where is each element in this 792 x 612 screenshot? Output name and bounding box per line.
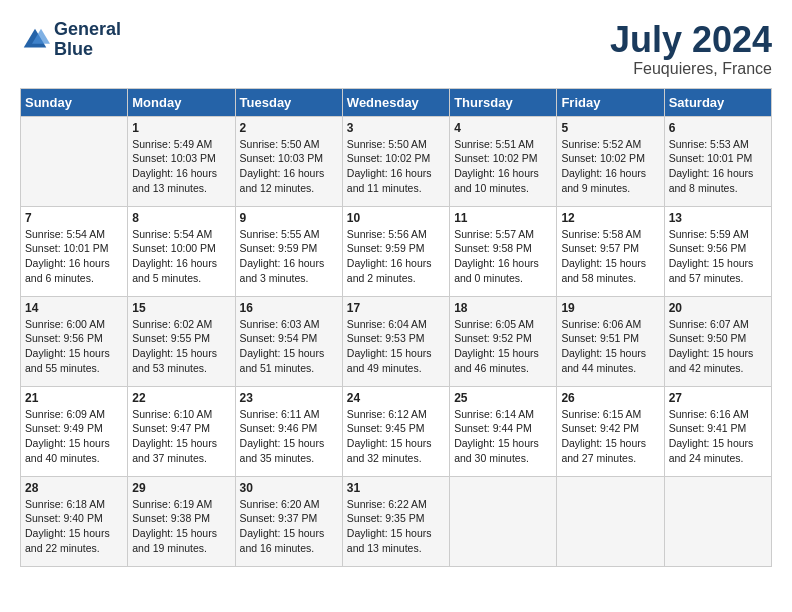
day-info: Sunrise: 6:03 AM — [240, 317, 338, 332]
calendar-cell: 15Sunrise: 6:02 AMSunset: 9:55 PMDayligh… — [128, 296, 235, 386]
calendar-cell: 11Sunrise: 5:57 AMSunset: 9:58 PMDayligh… — [450, 206, 557, 296]
weekday-header-cell: Friday — [557, 88, 664, 116]
day-info: Sunset: 9:58 PM — [454, 241, 552, 256]
day-info: Sunset: 9:40 PM — [25, 511, 123, 526]
calendar-week-row: 7Sunrise: 5:54 AMSunset: 10:01 PMDayligh… — [21, 206, 772, 296]
day-info: and 40 minutes. — [25, 451, 123, 466]
calendar-cell: 17Sunrise: 6:04 AMSunset: 9:53 PMDayligh… — [342, 296, 449, 386]
day-info: and 35 minutes. — [240, 451, 338, 466]
day-info: Daylight: 15 hours — [132, 346, 230, 361]
day-info: Sunrise: 5:55 AM — [240, 227, 338, 242]
day-info: Sunset: 9:41 PM — [669, 421, 767, 436]
day-info: and 13 minutes. — [132, 181, 230, 196]
calendar-week-row: 14Sunrise: 6:00 AMSunset: 9:56 PMDayligh… — [21, 296, 772, 386]
day-info: Daylight: 15 hours — [561, 256, 659, 271]
day-info: and 49 minutes. — [347, 361, 445, 376]
day-info: and 42 minutes. — [669, 361, 767, 376]
day-info: and 2 minutes. — [347, 271, 445, 286]
day-number: 8 — [132, 211, 230, 225]
day-info: and 46 minutes. — [454, 361, 552, 376]
weekday-header-row: SundayMondayTuesdayWednesdayThursdayFrid… — [21, 88, 772, 116]
day-info: Sunrise: 5:57 AM — [454, 227, 552, 242]
weekday-header-cell: Wednesday — [342, 88, 449, 116]
day-number: 15 — [132, 301, 230, 315]
calendar-body: 1Sunrise: 5:49 AMSunset: 10:03 PMDayligh… — [21, 116, 772, 566]
day-info: Sunset: 10:00 PM — [132, 241, 230, 256]
day-number: 17 — [347, 301, 445, 315]
day-info: Sunrise: 5:54 AM — [25, 227, 123, 242]
day-info: Sunrise: 6:18 AM — [25, 497, 123, 512]
calendar-cell: 6Sunrise: 5:53 AMSunset: 10:01 PMDayligh… — [664, 116, 771, 206]
day-info: and 53 minutes. — [132, 361, 230, 376]
logo-icon — [20, 25, 50, 55]
day-info: Sunset: 9:47 PM — [132, 421, 230, 436]
day-info: Sunset: 9:46 PM — [240, 421, 338, 436]
calendar-cell — [664, 476, 771, 566]
calendar-week-row: 21Sunrise: 6:09 AMSunset: 9:49 PMDayligh… — [21, 386, 772, 476]
calendar-cell: 18Sunrise: 6:05 AMSunset: 9:52 PMDayligh… — [450, 296, 557, 386]
day-info: Sunrise: 6:22 AM — [347, 497, 445, 512]
day-info: Sunset: 10:02 PM — [561, 151, 659, 166]
calendar-cell: 22Sunrise: 6:10 AMSunset: 9:47 PMDayligh… — [128, 386, 235, 476]
day-info: Daylight: 16 hours — [132, 166, 230, 181]
day-info: and 13 minutes. — [347, 541, 445, 556]
day-info: Sunset: 9:57 PM — [561, 241, 659, 256]
logo: General Blue — [20, 20, 121, 60]
day-info: Daylight: 15 hours — [669, 436, 767, 451]
calendar-cell: 20Sunrise: 6:07 AMSunset: 9:50 PMDayligh… — [664, 296, 771, 386]
day-number: 11 — [454, 211, 552, 225]
day-info: Sunrise: 5:54 AM — [132, 227, 230, 242]
day-info: and 30 minutes. — [454, 451, 552, 466]
day-info: and 24 minutes. — [669, 451, 767, 466]
day-number: 26 — [561, 391, 659, 405]
day-number: 16 — [240, 301, 338, 315]
logo-text: General Blue — [54, 20, 121, 60]
day-number: 2 — [240, 121, 338, 135]
day-info: Sunrise: 5:53 AM — [669, 137, 767, 152]
day-info: Sunset: 9:42 PM — [561, 421, 659, 436]
day-number: 20 — [669, 301, 767, 315]
day-info: Sunset: 9:56 PM — [669, 241, 767, 256]
day-info: Daylight: 15 hours — [454, 346, 552, 361]
day-number: 19 — [561, 301, 659, 315]
day-number: 13 — [669, 211, 767, 225]
day-info: Daylight: 16 hours — [347, 256, 445, 271]
month-title: July 2024 — [610, 20, 772, 60]
day-info: Sunrise: 5:51 AM — [454, 137, 552, 152]
day-info: and 3 minutes. — [240, 271, 338, 286]
day-number: 14 — [25, 301, 123, 315]
location-title: Feuquieres, France — [610, 60, 772, 78]
day-info: and 5 minutes. — [132, 271, 230, 286]
day-info: and 32 minutes. — [347, 451, 445, 466]
day-info: Daylight: 16 hours — [240, 256, 338, 271]
day-number: 10 — [347, 211, 445, 225]
day-info: Sunrise: 5:56 AM — [347, 227, 445, 242]
calendar-week-row: 28Sunrise: 6:18 AMSunset: 9:40 PMDayligh… — [21, 476, 772, 566]
calendar-cell: 8Sunrise: 5:54 AMSunset: 10:00 PMDayligh… — [128, 206, 235, 296]
day-info: Sunset: 9:55 PM — [132, 331, 230, 346]
day-info: Daylight: 15 hours — [561, 346, 659, 361]
day-number: 1 — [132, 121, 230, 135]
day-info: Daylight: 15 hours — [240, 526, 338, 541]
day-info: Sunset: 9:53 PM — [347, 331, 445, 346]
day-info: Daylight: 16 hours — [25, 256, 123, 271]
day-info: and 51 minutes. — [240, 361, 338, 376]
day-info: Sunset: 9:52 PM — [454, 331, 552, 346]
calendar-cell: 12Sunrise: 5:58 AMSunset: 9:57 PMDayligh… — [557, 206, 664, 296]
day-number: 12 — [561, 211, 659, 225]
day-info: Daylight: 16 hours — [132, 256, 230, 271]
day-info: Sunrise: 6:11 AM — [240, 407, 338, 422]
day-info: and 19 minutes. — [132, 541, 230, 556]
day-info: Sunset: 10:03 PM — [240, 151, 338, 166]
day-number: 18 — [454, 301, 552, 315]
day-info: Sunrise: 5:50 AM — [347, 137, 445, 152]
day-info: and 8 minutes. — [669, 181, 767, 196]
day-info: Sunset: 9:44 PM — [454, 421, 552, 436]
weekday-header-cell: Monday — [128, 88, 235, 116]
calendar-cell: 9Sunrise: 5:55 AMSunset: 9:59 PMDaylight… — [235, 206, 342, 296]
page-header: General Blue July 2024 Feuquieres, Franc… — [20, 20, 772, 78]
day-info: Sunset: 9:59 PM — [240, 241, 338, 256]
calendar-cell: 21Sunrise: 6:09 AMSunset: 9:49 PMDayligh… — [21, 386, 128, 476]
day-number: 30 — [240, 481, 338, 495]
day-info: Daylight: 16 hours — [454, 166, 552, 181]
